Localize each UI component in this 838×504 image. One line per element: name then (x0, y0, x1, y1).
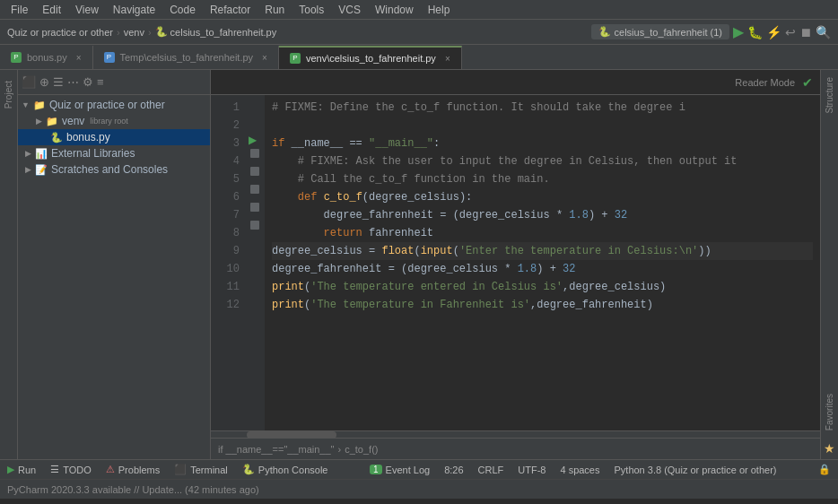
profile-button[interactable]: ↩ (785, 25, 796, 39)
settings-icon[interactable]: ⚙ (83, 75, 93, 89)
venv-breadcrumb[interactable]: venv (124, 27, 144, 38)
tab-bonus-py[interactable]: P bonus.py × (0, 46, 93, 69)
reader-mode-button[interactable]: Reader Mode (735, 77, 795, 88)
code-line-8: return fahrenheit (272, 224, 813, 242)
menu-code[interactable]: Code (162, 2, 203, 18)
code-line-7: degree_fahrenheit = (degree_celsius * 1.… (272, 206, 813, 224)
breadcrumb-if-main[interactable]: if __name__=="__main__" (218, 444, 335, 455)
tree-item-venv[interactable]: ▶ 📁 venv library root (18, 113, 210, 129)
indent-indicator[interactable]: 4 spaces (560, 465, 599, 475)
event-log[interactable]: 1 Event Log (370, 465, 430, 475)
active-config-label[interactable]: 🐍 celsius_to_fahrenheit (1) (591, 24, 729, 39)
position-indicator: 8:26 (444, 465, 463, 475)
collapse-all-icon[interactable]: ⬛ (22, 75, 36, 89)
run-icon: ▶ (7, 464, 14, 475)
tree-item-root[interactable]: ▼ 📁 Quiz or practice or other (18, 97, 210, 113)
problems-label: Problems (118, 465, 160, 475)
close-temp-celsius[interactable]: × (262, 53, 267, 63)
close-venv-celsius[interactable]: × (445, 54, 450, 64)
tree-item-ext-libs[interactable]: ▶ 📊 External Libraries (18, 145, 210, 161)
encoding-indicator[interactable]: UTF-8 (518, 465, 546, 475)
breadcrumb-bar: if __name__=="__main__" › c_to_f() (211, 438, 820, 459)
bonus-py-label: bonus.py (66, 131, 110, 143)
menu-refactor[interactable]: Refactor (203, 2, 258, 18)
code-line-5: # Call the c_to_f function in the main. (272, 170, 813, 188)
ext-libs-icon: 📊 (35, 148, 48, 160)
project-breadcrumb[interactable]: Quiz or practice or other (7, 27, 113, 38)
structure-panel-label[interactable]: Structure (823, 70, 836, 121)
line-endings-indicator[interactable]: CRLF (478, 465, 504, 475)
breadcrumb-sep: › (338, 444, 342, 455)
venv-chevron: ▶ (36, 117, 42, 126)
fold-marker-4[interactable] (250, 149, 259, 158)
todo-label: TODO (63, 465, 92, 475)
python-console-tab[interactable]: 🐍 Python Console (242, 464, 328, 475)
file-icon-small: 🐍 (155, 26, 168, 38)
dots-icon[interactable]: ⋯ (67, 75, 79, 89)
event-log-badge: 1 (370, 465, 382, 474)
horizontal-scrollbar[interactable] (211, 430, 820, 438)
run-controls: 🐍 celsius_to_fahrenheit (1) ▶ 🐛 ⚡ ↩ ⏹ 🔍 (591, 23, 831, 40)
menu-window[interactable]: Window (368, 2, 421, 18)
code-line-11: print('The temperature entered in Celsiu… (272, 278, 813, 296)
update-message[interactable]: PyCharm 2020.3.3 available // Update... … (7, 484, 259, 495)
file-breadcrumb[interactable]: celsius_to_fahrenheit.py (170, 27, 277, 38)
add-icon[interactable]: ⊕ (39, 75, 49, 89)
search-everywhere-button[interactable]: 🔍 (816, 25, 831, 39)
fold-marker-8[interactable] (250, 221, 259, 230)
code-editor[interactable]: 1 2 3 4 5 6 7 8 9 10 11 12 ▶ (211, 95, 820, 430)
ext-libs-chevron: ▶ (25, 149, 31, 158)
editor-top-bar: Reader Mode ✔ (211, 70, 820, 95)
todo-tab[interactable]: ☰ TODO (50, 464, 92, 475)
root-folder-icon: 📁 (33, 100, 46, 111)
project-toolbar: ⬛ ⊕ ☰ ⋯ ⚙ ≡ (18, 70, 210, 95)
run-button[interactable]: ▶ (733, 23, 744, 40)
todo-icon: ☰ (50, 464, 59, 475)
menu-view[interactable]: View (68, 2, 106, 18)
exec-arrow: ▶ (249, 131, 257, 149)
menu-tools[interactable]: Tools (292, 2, 331, 18)
layout-icon[interactable]: ☰ (53, 75, 64, 89)
bonus-py-icon: P (11, 52, 22, 63)
tree-item-scratches[interactable]: ▶ 📝 Scratches and Consoles (18, 161, 210, 178)
update-bar: PyCharm 2020.3.3 available // Update... … (0, 479, 838, 499)
tab-venv-celsius[interactable]: P venv\celsius_to_fahrenheit.py × (279, 46, 462, 69)
python-console-icon: 🐍 (242, 464, 255, 475)
python-version-indicator[interactable]: Python 3.8 (Quiz or practice or other) (614, 465, 776, 475)
code-line-4: # FIXME: Ask the user to input the degre… (272, 152, 813, 170)
fold-marker-6[interactable] (250, 185, 259, 194)
menu-help[interactable]: Help (421, 2, 458, 18)
stop-button[interactable]: ⏹ (799, 25, 812, 39)
temp-celsius-icon: P (104, 52, 115, 63)
menu-navigate[interactable]: Navigate (106, 2, 162, 18)
favorites-panel-label[interactable]: Favorites (823, 387, 836, 438)
lock-icon: 🔒 (818, 464, 831, 475)
terminal-icon: ⬛ (174, 464, 187, 475)
venv-celsius-icon: P (290, 53, 301, 64)
run-label: Run (18, 465, 36, 475)
problems-icon: ⚠ (106, 464, 115, 475)
tab-bonus-py-label: bonus.py (27, 52, 67, 63)
code-content[interactable]: # FIXME: Define the c_to_f function. It … (265, 95, 820, 430)
problems-tab[interactable]: ⚠ Problems (106, 464, 160, 475)
run-tab[interactable]: ▶ Run (7, 464, 36, 475)
gear-icon[interactable]: ≡ (97, 75, 104, 89)
project-panel-label[interactable]: Project (2, 74, 15, 116)
fold-marker-5[interactable] (250, 167, 259, 176)
favorites-star-icon[interactable]: ★ (820, 438, 838, 459)
venv-label: venv (62, 115, 84, 127)
terminal-tab[interactable]: ⬛ Terminal (174, 464, 228, 475)
menu-file[interactable]: File (4, 2, 35, 18)
tree-item-bonus-py[interactable]: 🐍 bonus.py (18, 129, 210, 145)
debug-button[interactable]: 🐛 (747, 25, 763, 39)
breadcrumb-func[interactable]: c_to_f() (345, 444, 378, 455)
root-chevron: ▼ (22, 100, 30, 109)
menu-edit[interactable]: Edit (35, 2, 68, 18)
menu-vcs[interactable]: VCS (331, 2, 368, 18)
close-bonus-py[interactable]: × (76, 53, 82, 63)
coverage-button[interactable]: ⚡ (766, 25, 781, 39)
tab-temp-celsius[interactable]: P Temp\celsius_to_fahrenheit.py × (93, 46, 279, 69)
menu-run[interactable]: Run (258, 2, 292, 18)
code-gutter: ▶ (247, 95, 265, 430)
fold-marker-7[interactable] (250, 203, 259, 212)
